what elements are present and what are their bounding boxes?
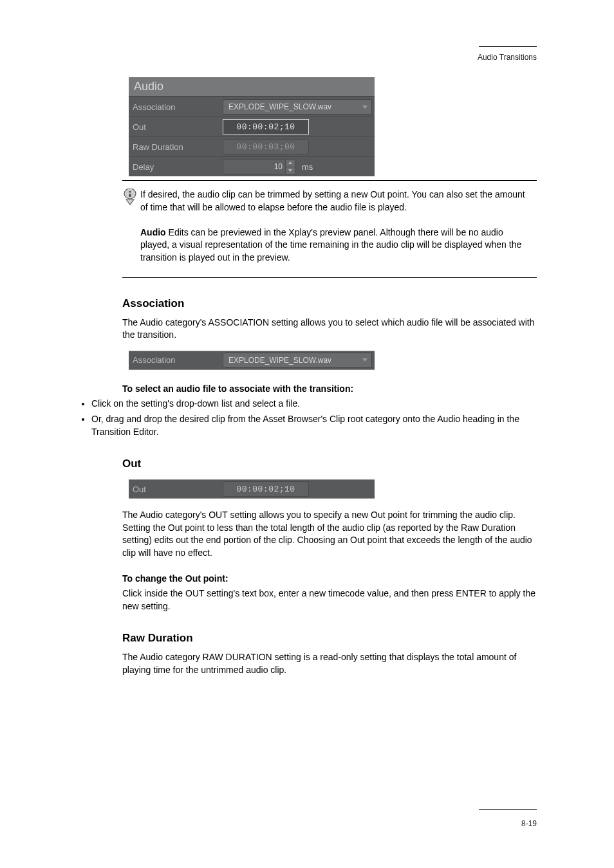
footer-rule [479,809,537,810]
svg-point-1 [129,190,131,192]
association-dropdown[interactable]: EXPLODE_WIPE_SLOW.wav [223,99,372,115]
out-howto-heading: To change the Out point: [122,573,537,586]
svg-rect-2 [129,194,131,197]
association-howto: To select an audio file to associate wit… [122,383,537,396]
strip-association-value: EXPLODE_WIPE_SLOW.wav [228,356,331,365]
audio-panel: Audio Association EXPLODE_WIPE_SLOW.wav … [129,77,375,176]
raw-duration-value: 00:00:03;00 [223,139,309,154]
delay-label: Delay [129,162,223,172]
note-icon [122,189,140,264]
out-howto-body: Click inside the OUT setting's text box,… [122,587,537,613]
rule-under-panel [122,180,537,181]
body-raw: The Audio category RAW DURATION setting … [122,651,537,676]
audio-panel-screenshot: Audio Association EXPLODE_WIPE_SLOW.wav … [129,77,537,176]
strip-association-label: Association [129,355,223,365]
row-out: Out 00:00:02;10 [129,116,375,136]
audio-panel-header: Audio [129,77,375,97]
strip-out-label: Out [129,485,223,494]
note-body: Edits can be previewed in the Xplay's pr… [140,227,521,263]
spinner-buttons[interactable] [286,159,295,175]
association-label: Association [129,102,223,112]
spinner-down-icon[interactable] [286,167,295,174]
note-bold: Audio [140,227,166,237]
note-block: If desired, the audio clip can be trimme… [122,189,537,264]
out-label: Out [129,122,223,132]
delay-unit: ms [302,162,313,172]
header-section-title: Audio Transitions [478,53,537,62]
row-delay: Delay 10 ms [129,156,375,176]
row-raw-duration: Raw Duration 00:00:03;00 [129,136,375,156]
heading-association: Association [122,297,537,310]
association-bullet-2: Or, drag and drop the desired clip from … [91,413,537,438]
strip-out-value: 00:00:02;10 [223,481,309,497]
raw-duration-label: Raw Duration [129,142,223,152]
note-text: If desired, the audio clip can be trimme… [140,189,537,264]
page-number: 8-19 [521,819,537,828]
delay-value[interactable]: 10 [223,159,286,174]
chevron-down-icon [362,358,367,362]
row-association: Association EXPLODE_WIPE_SLOW.wav [129,97,375,116]
strip-association: Association EXPLODE_WIPE_SLOW.wav [129,351,375,370]
chevron-down-icon [362,106,367,109]
out-timecode-input[interactable]: 00:00:02;10 [223,119,309,134]
heading-out: Out [122,457,537,470]
note-body-prefix: If desired, the audio clip can be trimme… [140,189,525,212]
out-body: The Audio category's OUT setting allows … [122,509,537,559]
spinner-up-icon[interactable] [286,160,295,167]
delay-spinner[interactable]: 10 [223,159,295,175]
header-rule [479,46,537,47]
association-dropdown-value: EXPLODE_WIPE_SLOW.wav [228,102,331,111]
association-bullet-1: Click on the setting's drop-down list an… [91,398,537,411]
rule-under-note [122,277,537,278]
association-bullets: Click on the setting's drop-down list an… [77,398,537,438]
strip-out: Out 00:00:02;10 [129,479,375,499]
out-howto: To change the Out point: Click inside th… [122,573,537,613]
association-howto-heading: To select an audio file to associate wit… [122,383,537,396]
strip-association-dropdown[interactable]: EXPLODE_WIPE_SLOW.wav [223,353,372,368]
heading-raw: Raw Duration [122,632,537,645]
body-association: The Audio category's ASSOCIATION setting… [122,317,537,342]
